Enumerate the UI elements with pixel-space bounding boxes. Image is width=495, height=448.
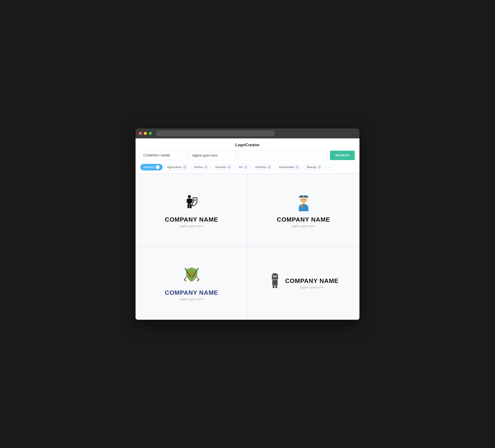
category-pill-automotive[interactable]: Automotive✓: [276, 164, 302, 170]
svg-point-12: [302, 199, 303, 200]
check-icon: ✓: [156, 165, 160, 169]
svg-rect-2: [187, 199, 189, 203]
close-button[interactable]: [139, 132, 142, 135]
svg-point-20: [191, 274, 192, 276]
svg-point-41: [274, 281, 275, 282]
knight-icon: [182, 266, 201, 285]
category-label: Animals: [215, 165, 226, 169]
check-icon: ✓: [317, 165, 321, 169]
category-label: Attorney: [255, 165, 266, 169]
category-label: Abstract: [143, 165, 155, 169]
svg-point-15: [306, 199, 307, 201]
logo2-tagline: tagline goes here: [292, 224, 315, 228]
logo4-company-name: COMPANY NAME: [285, 277, 339, 285]
search-button-label: SEARCH: [335, 154, 350, 157]
category-pill-attorney[interactable]: Attorney✓: [252, 164, 274, 170]
app-title: LogoCreator: [136, 139, 359, 151]
minimize-button[interactable]: [144, 132, 147, 135]
logo2-company-name: COMPANY NAME: [277, 216, 330, 223]
logo4-text-block: COMPANY NAME tagline goes here: [285, 277, 339, 289]
category-pill-agriculture[interactable]: Agriculture✓: [164, 164, 190, 170]
category-pill-animals[interactable]: Animals✓: [212, 164, 234, 170]
logo-card-4[interactable]: COMPANY NAME tagline goes here: [248, 247, 359, 320]
third-search-input[interactable]: [238, 151, 328, 160]
category-label: Beauty: [307, 165, 316, 169]
svg-rect-35: [273, 278, 274, 279]
categories-next-button[interactable]: →: [326, 164, 333, 170]
search-button[interactable]: SEARCH: [330, 151, 355, 160]
tagline-input[interactable]: [189, 151, 236, 160]
category-bar: Abstract✓Agriculture✓Airline✓Animals✓Art…: [136, 164, 359, 173]
app-content: LogoCreator SEARCH Abstract✓Agriculture✓…: [136, 139, 359, 320]
svg-rect-5: [190, 204, 192, 208]
category-pill-art[interactable]: Art✓: [235, 164, 250, 170]
svg-rect-37: [275, 278, 276, 279]
svg-rect-32: [273, 276, 275, 277]
svg-point-14: [300, 199, 301, 201]
svg-rect-29: [273, 274, 277, 275]
svg-rect-43: [275, 286, 277, 288]
logo-card-1[interactable]: COMPANY NAME tagline goes here: [136, 174, 248, 247]
svg-rect-27: [184, 279, 186, 281]
category-label: Agriculture: [167, 165, 182, 169]
address-bar: [156, 131, 274, 136]
logo3-company-name: COMPANY NAME: [165, 289, 218, 296]
svg-rect-18: [302, 205, 303, 207]
svg-point-22: [193, 272, 195, 273]
category-pill-airline[interactable]: Airline✓: [191, 164, 211, 170]
check-icon: ✓: [295, 165, 299, 169]
robot-icon: [268, 273, 281, 289]
search-bar: SEARCH: [136, 151, 359, 164]
logo4-tagline: tagline goes here: [285, 286, 339, 289]
svg-rect-28: [197, 279, 199, 281]
category-label: Art: [239, 165, 243, 169]
svg-point-21: [188, 272, 190, 273]
category-pill-beauty[interactable]: Beauty✓: [303, 164, 324, 170]
logo1-company-name: COMPANY NAME: [165, 216, 218, 223]
category-pill-abstract[interactable]: Abstract✓: [140, 164, 163, 170]
check-icon: ✓: [268, 165, 271, 169]
maximize-button[interactable]: [149, 132, 152, 135]
guardian-icon: [182, 192, 201, 212]
logo1-tagline: tagline goes here: [180, 224, 203, 228]
police-icon: [294, 192, 313, 212]
logo3-tagline: tagline goes here: [180, 297, 203, 301]
svg-rect-4: [187, 204, 189, 208]
browser-window: LogoCreator SEARCH Abstract✓Agriculture✓…: [136, 128, 359, 320]
svg-point-0: [188, 195, 191, 198]
svg-rect-42: [273, 286, 275, 288]
check-icon: ✓: [227, 165, 231, 169]
browser-titlebar: [136, 128, 359, 139]
app-title-text: LogoCreator: [235, 143, 260, 147]
svg-point-11: [300, 197, 306, 203]
check-icon: ✓: [204, 165, 208, 169]
category-label: Airline: [194, 165, 203, 169]
svg-rect-33: [275, 276, 277, 277]
svg-rect-38: [276, 278, 277, 279]
logo-card-2[interactable]: COMPANY NAME tagline goes here: [248, 174, 359, 247]
logo-card-3[interactable]: COMPANY NAME tagline goes here: [136, 247, 248, 320]
svg-point-13: [304, 199, 305, 200]
company-name-input[interactable]: [140, 151, 187, 160]
category-label: Automotive: [279, 165, 294, 169]
svg-rect-36: [274, 278, 275, 279]
check-icon: ✓: [183, 165, 187, 169]
check-icon: ✓: [244, 165, 248, 169]
logos-grid: COMPANY NAME tagline goes here: [136, 173, 359, 320]
svg-rect-3: [191, 199, 192, 203]
